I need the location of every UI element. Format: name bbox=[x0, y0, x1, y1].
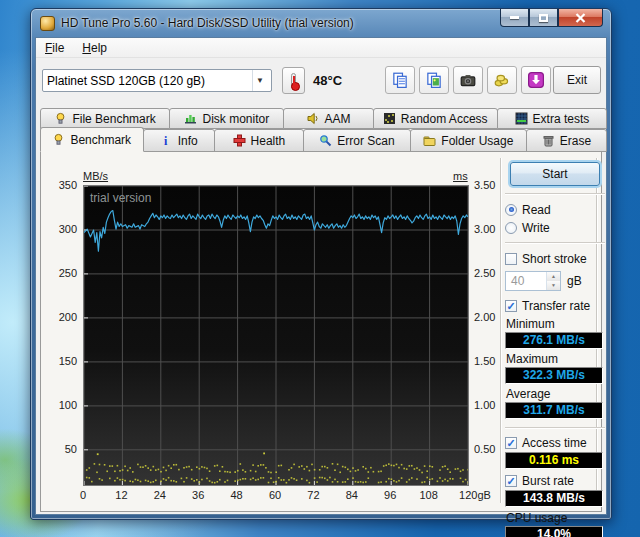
minimum-label: Minimum bbox=[506, 317, 605, 331]
window-controls bbox=[500, 9, 603, 27]
tab-label: AAM bbox=[325, 112, 351, 126]
minimize-button[interactable] bbox=[500, 9, 529, 27]
cpu-usage-value: 14.0% bbox=[505, 526, 603, 537]
right-axis-tick: 0.50 bbox=[474, 443, 504, 455]
short-stroke-checkbox[interactable]: Short stroke bbox=[505, 250, 605, 267]
capacity-value: 40 bbox=[506, 272, 546, 290]
short-stroke-label: Short stroke bbox=[522, 252, 587, 266]
x-axis-tick: 96 bbox=[370, 489, 410, 501]
tab-label: Benchmark bbox=[70, 133, 131, 147]
toolbar-buttons bbox=[385, 66, 551, 94]
left-axis-tick: 350 bbox=[47, 179, 77, 191]
right-axis-tick: 1.50 bbox=[474, 355, 504, 367]
burst-rate-label: Burst rate bbox=[522, 474, 574, 488]
maximize-icon bbox=[539, 14, 548, 22]
copy-image-button[interactable] bbox=[419, 66, 449, 94]
scatter-icon bbox=[383, 112, 396, 125]
x-axis-tick: 48 bbox=[217, 489, 257, 501]
x-axis-tick: 12 bbox=[101, 489, 141, 501]
access-time-label: Access time bbox=[522, 436, 587, 450]
tab-label: Random Access bbox=[401, 112, 488, 126]
checkbox-checked-icon: ✓ bbox=[505, 437, 517, 449]
x-axis-tick: 108 bbox=[409, 489, 449, 501]
chart-plot-area: trial version bbox=[84, 186, 468, 485]
separator bbox=[505, 427, 605, 429]
burst-rate-checkbox[interactable]: ✓ Burst rate bbox=[505, 472, 605, 489]
checkbox-checked-icon: ✓ bbox=[505, 475, 517, 487]
menu-help[interactable]: Help bbox=[73, 39, 116, 57]
read-label: Read bbox=[522, 203, 551, 217]
right-axis-tick: 3.00 bbox=[474, 223, 504, 235]
minimize-icon bbox=[510, 16, 519, 19]
start-button[interactable]: Start bbox=[510, 162, 600, 186]
client-area: File Help Platinet SSD 120GB (120 gB) ▼ … bbox=[35, 37, 607, 515]
transfer-rate-label: Transfer rate bbox=[522, 299, 590, 313]
x-axis-tick: 72 bbox=[293, 489, 333, 501]
copy-image-icon-icon bbox=[426, 72, 442, 88]
read-radio[interactable]: Read bbox=[505, 201, 605, 218]
maximum-value: 322.3 MB/s bbox=[505, 367, 603, 384]
coins-icon-icon bbox=[494, 72, 510, 88]
tab-health[interactable]: Health bbox=[214, 129, 304, 152]
capacity-row: 40 ▲▼ gB bbox=[505, 271, 605, 291]
exit-button[interactable]: Exit bbox=[553, 66, 601, 94]
access-time-value: 0.116 ms bbox=[505, 452, 603, 469]
bulb-icon bbox=[52, 133, 65, 146]
tab-label: Extra tests bbox=[533, 112, 590, 126]
left-axis-tick: 100 bbox=[47, 399, 77, 411]
temperature-button[interactable] bbox=[282, 67, 305, 94]
menu-file[interactable]: File bbox=[36, 39, 73, 57]
tab-label: File Benchmark bbox=[72, 112, 155, 126]
transfer-rate-checkbox[interactable]: ✓ Transfer rate bbox=[505, 297, 605, 314]
x-axis-tick: 36 bbox=[178, 489, 218, 501]
tab-info[interactable]: iInfo bbox=[143, 129, 215, 152]
benchmark-controls: Start Read Write Short stroke 40 bbox=[505, 162, 605, 537]
capacity-unit: gB bbox=[567, 274, 582, 288]
info-icon: i bbox=[160, 134, 173, 147]
tab-random-access[interactable]: Random Access bbox=[373, 108, 498, 129]
window-title: HD Tune Pro 5.60 - Hard Disk/SSD Utility… bbox=[61, 16, 354, 30]
stepper-arrows-icon[interactable]: ▲▼ bbox=[546, 272, 560, 290]
folder-icon bbox=[423, 134, 436, 147]
tab-benchmark[interactable]: Benchmark bbox=[40, 127, 144, 152]
screenshot-button[interactable] bbox=[453, 66, 483, 94]
minimum-value: 276.1 MB/s bbox=[505, 332, 603, 349]
benchmark-chart: trial version bbox=[83, 185, 469, 486]
menu-bar: File Help bbox=[36, 38, 606, 58]
benchmark-tab-page: MB/s ms trial version Start Read Write bbox=[40, 151, 602, 512]
close-button[interactable] bbox=[558, 9, 603, 27]
drive-select-dropdown[interactable]: Platinet SSD 120GB (120 gB) ▼ bbox=[42, 69, 272, 92]
save-results-button[interactable] bbox=[521, 66, 551, 94]
tab-row-secondary: File BenchmarkDisk monitorAAMRandom Acce… bbox=[40, 108, 606, 129]
right-axis-title: ms bbox=[453, 170, 468, 182]
tab-label: Error Scan bbox=[337, 134, 394, 148]
cross-icon bbox=[233, 134, 246, 147]
capacity-stepper[interactable]: 40 ▲▼ bbox=[505, 271, 561, 291]
chevron-down-icon: ▼ bbox=[252, 70, 267, 91]
tab-folder-usage[interactable]: Folder Usage bbox=[410, 129, 527, 152]
maximize-button[interactable] bbox=[529, 9, 558, 27]
maximum-label: Maximum bbox=[506, 352, 605, 366]
x-axis-tick: 0 bbox=[63, 489, 103, 501]
tab-error-scan[interactable]: Error Scan bbox=[303, 129, 411, 152]
cpu-usage-label: CPU usage bbox=[506, 511, 605, 525]
tab-row-primary: BenchmarkiInfoHealthError ScanFolder Usa… bbox=[40, 129, 606, 152]
tab-label: Health bbox=[251, 134, 286, 148]
tab-disk-monitor[interactable]: Disk monitor bbox=[169, 108, 284, 129]
write-radio[interactable]: Write bbox=[505, 219, 605, 236]
tab-label: Folder Usage bbox=[441, 134, 513, 148]
separator bbox=[505, 242, 605, 244]
grid-chart-icon bbox=[515, 112, 528, 125]
tab-aam[interactable]: AAM bbox=[283, 108, 373, 129]
copy-text-icon-icon bbox=[392, 72, 408, 88]
register-button[interactable] bbox=[487, 66, 517, 94]
tab-extra-tests[interactable]: Extra tests bbox=[497, 108, 607, 129]
tab-file-benchmark[interactable]: File Benchmark bbox=[40, 108, 170, 129]
copy-text-button[interactable] bbox=[385, 66, 415, 94]
speaker-icon bbox=[307, 112, 320, 125]
thermometer-icon bbox=[291, 73, 296, 89]
right-axis-tick: 1.00 bbox=[474, 399, 504, 411]
access-time-checkbox[interactable]: ✓ Access time bbox=[505, 434, 605, 451]
tab-erase[interactable]: Erase bbox=[526, 129, 607, 152]
trash-icon bbox=[542, 134, 555, 147]
